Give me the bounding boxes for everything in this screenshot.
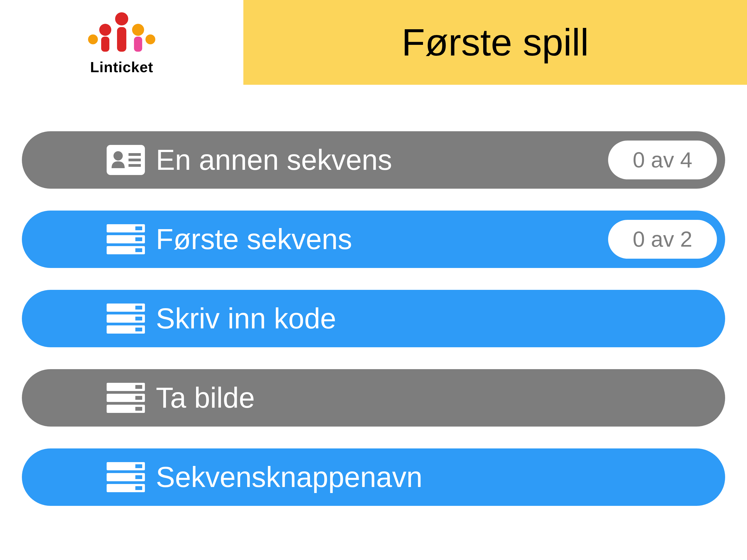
sequence-button-ta-bilde[interactable]: Ta bilde (22, 369, 725, 427)
svg-rect-10 (129, 153, 141, 156)
svg-rect-5 (101, 36, 109, 52)
svg-point-1 (146, 34, 155, 44)
svg-rect-30 (135, 407, 142, 411)
content: En annen sekvens 0 av 4 Første sekvens 0… (0, 85, 747, 506)
sequence-button-forste-sekvens[interactable]: Første sekvens 0 av 2 (22, 210, 725, 268)
svg-point-3 (132, 24, 144, 36)
header: Linticket Første spill (0, 0, 747, 85)
id-card-icon (107, 145, 145, 175)
sequence-button-en-annen-sekvens[interactable]: En annen sekvens 0 av 4 (22, 131, 725, 189)
svg-point-9 (113, 151, 123, 160)
logo-section: Linticket (0, 0, 243, 85)
title-section: Første spill (243, 0, 747, 85)
progress-badge: 0 av 2 (608, 220, 717, 259)
svg-rect-36 (135, 486, 142, 490)
button-label: Skriv inn kode (156, 302, 717, 335)
button-label: Første sekvens (156, 223, 608, 256)
svg-rect-22 (135, 316, 142, 321)
button-label: En annen sekvens (156, 144, 608, 176)
svg-point-2 (99, 24, 111, 36)
progress-badge: 0 av 4 (608, 141, 717, 179)
brand-name: Linticket (90, 58, 153, 75)
svg-rect-18 (135, 248, 142, 252)
linticket-logo-icon (85, 9, 159, 53)
svg-rect-14 (135, 226, 142, 230)
svg-rect-6 (117, 27, 126, 52)
list-icon (107, 224, 145, 254)
svg-rect-7 (134, 36, 142, 52)
svg-rect-11 (129, 159, 141, 161)
svg-rect-20 (135, 306, 142, 309)
svg-point-4 (115, 12, 128, 25)
svg-rect-28 (135, 396, 142, 400)
svg-rect-32 (135, 464, 142, 468)
svg-rect-12 (129, 164, 141, 167)
svg-rect-16 (135, 237, 142, 241)
list-icon (107, 462, 145, 492)
page-title: Første spill (402, 20, 589, 65)
button-label: Sekvensknappenavn (156, 461, 717, 493)
list-icon (107, 304, 145, 334)
sequence-button-sekvensknappenavn[interactable]: Sekvensknappenavn (22, 449, 725, 506)
svg-rect-24 (135, 328, 142, 331)
svg-rect-34 (135, 475, 142, 479)
svg-point-0 (88, 34, 98, 44)
sequence-button-skriv-inn-kode[interactable]: Skriv inn kode (22, 290, 725, 347)
button-label: Ta bilde (156, 381, 717, 414)
svg-rect-26 (135, 385, 142, 389)
list-icon (107, 383, 145, 413)
